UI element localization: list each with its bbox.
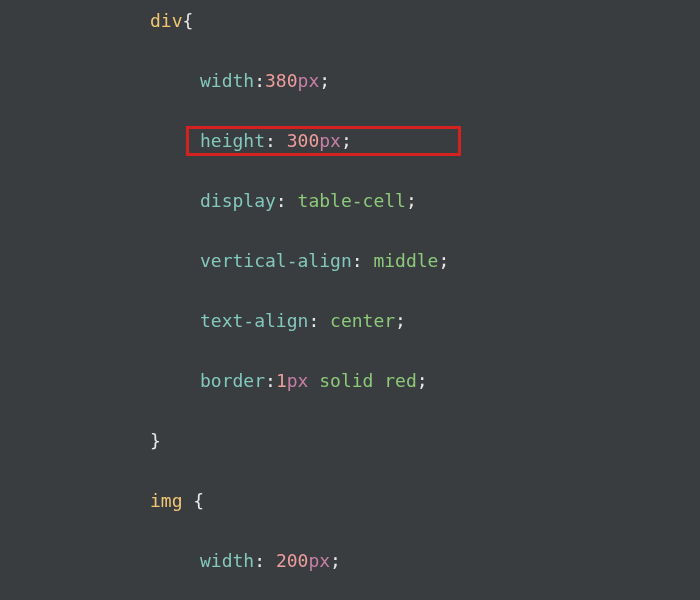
semicolon-token: ; <box>319 70 330 91</box>
semicolon-token: ; <box>438 250 449 271</box>
colon-token: : <box>254 550 276 571</box>
code-line: width:380px; <box>0 66 700 96</box>
code-line: text-align: center; <box>0 306 700 336</box>
selector-token: div <box>150 10 183 31</box>
brace-token: { <box>193 490 204 511</box>
number-token: 1 <box>276 370 287 391</box>
unit-token: px <box>298 70 320 91</box>
number-token: 380 <box>265 70 298 91</box>
semicolon-token: ; <box>417 370 428 391</box>
property-token: display <box>200 190 276 211</box>
code-line: } <box>0 426 700 456</box>
keyword-token: solid <box>319 370 373 391</box>
unit-token: px <box>287 370 309 391</box>
property-token: height <box>200 130 265 151</box>
property-token: width <box>200 550 254 571</box>
colon-token: : <box>265 370 276 391</box>
colon-token: : <box>308 310 330 331</box>
code-line: height: 300px; <box>0 126 700 156</box>
number-token: 300 <box>287 130 320 151</box>
code-line: display: table-cell; <box>0 186 700 216</box>
code-line: div{ <box>0 6 700 36</box>
code-line: width: 200px; <box>0 546 700 576</box>
keyword-token: center <box>330 310 395 331</box>
selector-token: img <box>150 490 183 511</box>
unit-token: px <box>319 130 341 151</box>
code-line: img { <box>0 486 700 516</box>
unit-token: px <box>308 550 330 571</box>
semicolon-token: ; <box>406 190 417 211</box>
keyword-token: red <box>384 370 417 391</box>
property-token: width <box>200 70 254 91</box>
colon-token: : <box>276 190 298 211</box>
semicolon-token: ; <box>395 310 406 331</box>
property-token: border <box>200 370 265 391</box>
colon-token: : <box>265 130 287 151</box>
colon-token: : <box>352 250 374 271</box>
keyword-token: table-cell <box>298 190 406 211</box>
property-token: text-align <box>200 310 308 331</box>
brace-token: } <box>150 430 161 451</box>
semicolon-token: ; <box>341 130 352 151</box>
keyword-token: middle <box>373 250 438 271</box>
code-line: border:1px solid red; <box>0 366 700 396</box>
semicolon-token: ; <box>330 550 341 571</box>
colon-token: : <box>254 70 265 91</box>
brace-token: { <box>183 10 194 31</box>
code-line-highlighted: vertical-align: middle; <box>0 246 700 276</box>
property-token: vertical-align <box>200 250 352 271</box>
number-token: 200 <box>276 550 309 571</box>
code-editor[interactable]: div{ width:380px; height: 300px; display… <box>0 6 700 600</box>
